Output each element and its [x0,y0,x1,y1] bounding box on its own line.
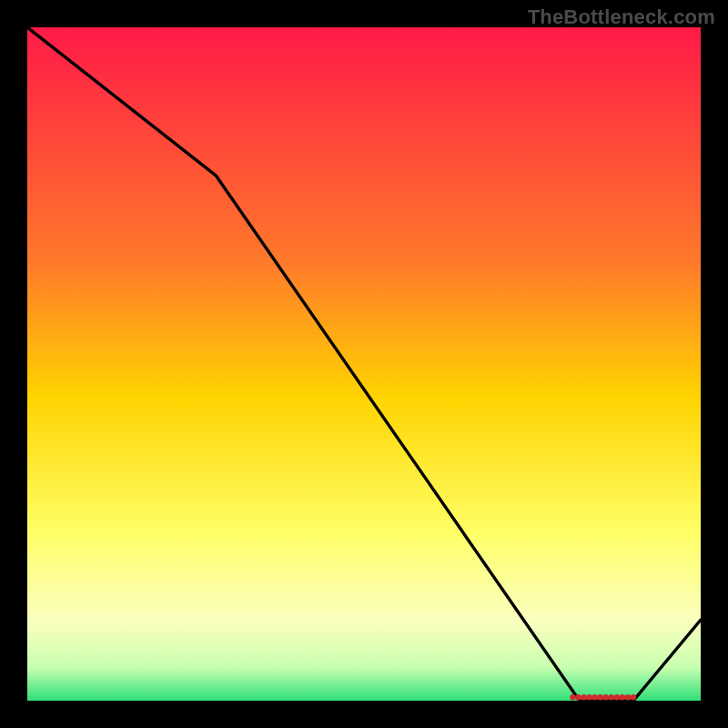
watermark-text: TheBottleneck.com [528,5,715,29]
annotation-dot [609,694,614,700]
annotation-dot [570,694,575,700]
annotation-dot [625,694,631,700]
gradient-background [27,27,701,701]
chart-svg [27,27,701,701]
annotation-dot [631,694,636,700]
annotation-dot [614,694,620,700]
chart-container: TheBottleneck.com [0,0,728,728]
annotation-dot [592,694,597,700]
annotation-dot [575,694,581,700]
plot-area [27,27,701,701]
annotation-dot [581,694,586,700]
annotation-dot [603,694,609,700]
annotation-dot [620,694,625,700]
annotation-dot [597,694,602,700]
annotation-dot [586,694,592,700]
